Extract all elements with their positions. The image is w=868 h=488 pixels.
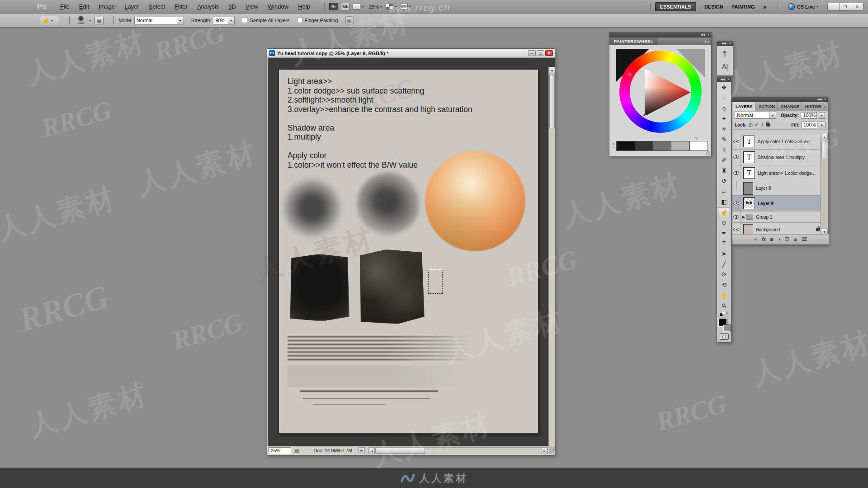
fill-input[interactable]: 100% — [801, 122, 817, 128]
swatch-dark-gray[interactable] — [635, 141, 653, 150]
opacity-input[interactable]: 100% — [801, 112, 817, 119]
3d-rotate-tool[interactable]: ⟳ — [718, 269, 730, 280]
document-maximize-button[interactable]: ▢ — [537, 50, 544, 56]
marquee-tool[interactable]: ◌ — [718, 93, 730, 103]
tool-preset-picker[interactable]: ☝ ▾ — [40, 16, 59, 25]
tab-actions[interactable]: ACTION — [755, 102, 778, 111]
layer-thumbnail[interactable] — [743, 224, 753, 235]
lock-transparency-icon[interactable]: ◫ — [749, 122, 753, 127]
panel-menu-icon[interactable]: ▾ ≡ — [704, 38, 711, 45]
hand-tool[interactable]: ✋ — [718, 290, 730, 300]
layer-thumbnail[interactable] — [743, 182, 753, 195]
adjustment-layer-button[interactable]: ◑ — [778, 237, 780, 242]
zoom-level-dropdown-icon[interactable]: ▾ — [380, 5, 382, 9]
background-color-swatch[interactable] — [723, 325, 730, 332]
painters-wheel-tab[interactable]: PAINTERSWHEEL — [609, 38, 658, 45]
layers-scroll-up[interactable]: ▲ — [821, 134, 828, 140]
finger-painting-checkbox[interactable] — [297, 18, 302, 23]
scroll-right-button[interactable]: ▶ — [542, 448, 547, 454]
vertical-scroll-thumb[interactable] — [549, 74, 555, 128]
menu-filter[interactable]: Filter — [175, 3, 188, 10]
layer-row-shadow-area[interactable]: T Shadow area 1.multiply — [732, 150, 821, 165]
color-wheel[interactable] — [616, 49, 705, 135]
tab-layers[interactable]: LAYERS — [732, 102, 755, 111]
blend-mode-select[interactable]: Normal ▾ — [735, 112, 776, 119]
minus-button[interactable]: − — [612, 146, 614, 150]
swatch-mid-gray[interactable] — [653, 141, 671, 150]
layers-scrollbar[interactable]: ▲ ▼ — [821, 134, 828, 235]
text-layer-thumbnail[interactable]: T — [743, 167, 755, 179]
launch-bridge-button[interactable]: Br — [329, 3, 338, 10]
view-extras-dropdown-icon[interactable]: ▾ — [362, 5, 363, 9]
workspace-painting[interactable]: PAINTING — [731, 4, 755, 9]
workspace-essentials[interactable]: ESSENTIALS — [655, 2, 696, 11]
layer-row-layer9-selected[interactable]: Layer 9 — [732, 196, 821, 211]
menu-help[interactable]: Help — [298, 3, 310, 10]
dodge-tool[interactable]: ⊙ — [718, 217, 730, 228]
close-panel-icon[interactable]: ✕ — [708, 33, 710, 37]
scroll-up-button[interactable]: ▲ — [549, 67, 555, 73]
cs-live-button[interactable]: CS Live ▾ — [788, 3, 822, 10]
visibility-toggle[interactable] — [732, 165, 741, 181]
clone-stamp-tool[interactable]: ♜ — [718, 165, 730, 176]
text-layer-thumbnail[interactable]: T — [743, 136, 755, 147]
collapse-panel-icon[interactable]: ◀◀ — [701, 33, 705, 37]
new-layer-button[interactable]: ⊞ — [793, 237, 797, 242]
strength-input[interactable]: 90% — [213, 17, 228, 24]
visibility-toggle[interactable] — [732, 134, 741, 149]
eraser-tool[interactable]: ▱ — [718, 186, 730, 197]
layers-scroll-thumb[interactable] — [821, 141, 827, 159]
layer-row-background[interactable]: Background — [732, 223, 821, 235]
swatch-light-gray[interactable] — [671, 141, 689, 150]
paint-bucket-tool[interactable]: ◧ — [718, 197, 730, 207]
sv-indicator[interactable] — [643, 114, 646, 117]
lock-pixels-icon[interactable]: ✐ — [755, 122, 758, 127]
layer-row-layer8[interactable]: Layer 8 — [732, 181, 821, 196]
toggle-brush-panel-button[interactable]: ▤ — [94, 17, 104, 24]
delete-layer-button[interactable]: ⌧ — [802, 237, 807, 242]
vertical-scrollbar[interactable]: ▲ ▼ — [548, 67, 555, 447]
opacity-slider-button[interactable]: ▸ — [819, 112, 825, 119]
arrange-documents-dropdown-icon[interactable]: ▾ — [395, 5, 396, 9]
view-extras-icon[interactable] — [353, 4, 360, 9]
layer-style-button[interactable]: fx — [762, 237, 766, 242]
brush-preset-dropdown-icon[interactable]: ▾ — [89, 19, 91, 23]
path-selection-tool[interactable]: ➤ — [718, 249, 730, 259]
mode-select[interactable]: Normal ▾ — [134, 17, 184, 24]
menu-layer[interactable]: Layer — [124, 3, 139, 10]
character-panel-button[interactable]: A| — [719, 61, 731, 72]
lock-position-icon[interactable]: ✛ — [760, 122, 764, 127]
scroll-left-button[interactable]: ◀ — [369, 448, 375, 454]
menu-file[interactable]: File — [60, 3, 70, 10]
status-options-button[interactable]: ▶ — [359, 447, 365, 454]
workspace-overflow-button[interactable]: » — [763, 3, 767, 10]
text-layer-thumbnail[interactable]: T — [743, 151, 755, 163]
menu-3d[interactable]: 3D — [228, 3, 236, 10]
3d-camera-tool[interactable]: ⟲ — [718, 280, 730, 290]
document-title-bar[interactable]: Ps Yu head tutorial copy @ 25% (Layer 9,… — [267, 49, 555, 58]
strength-slider-button[interactable]: ▸ — [228, 17, 235, 24]
screen-mode-dropdown-icon[interactable]: ▾ — [409, 5, 411, 9]
type-tool[interactable]: T — [718, 238, 730, 249]
zoom-level-select[interactable]: 25% — [369, 4, 379, 9]
swatch-white[interactable] — [690, 141, 708, 150]
layers-panel-menu-icon[interactable]: ≡ — [824, 102, 828, 111]
group-expand-icon[interactable]: ▶ — [742, 215, 745, 219]
quick-selection-tool[interactable]: ✦ — [718, 113, 730, 124]
quick-mask-button[interactable] — [720, 333, 729, 340]
menu-select[interactable]: Select — [149, 3, 165, 10]
lasso-tool[interactable]: ϙ — [718, 103, 730, 113]
visibility-toggle[interactable] — [732, 196, 741, 211]
visibility-toggle[interactable] — [732, 150, 741, 165]
lock-all-icon[interactable] — [766, 123, 770, 127]
pen-tool[interactable]: ✒ — [718, 228, 730, 238]
workspace-design[interactable]: DESIGN — [704, 4, 723, 9]
panel-resize-grip[interactable] — [706, 151, 710, 155]
eyedropper-tool[interactable]: ✎ — [718, 134, 730, 145]
visibility-toggle[interactable] — [732, 211, 741, 222]
sample-all-layers-option[interactable]: Sample All Layers — [242, 18, 289, 23]
document-close-button[interactable]: ✕ — [545, 50, 553, 56]
mini-bridge-button[interactable]: Mb — [341, 3, 350, 10]
history-brush-tool[interactable]: ↺ — [718, 176, 730, 186]
minimize-button[interactable]: — — [828, 3, 840, 10]
